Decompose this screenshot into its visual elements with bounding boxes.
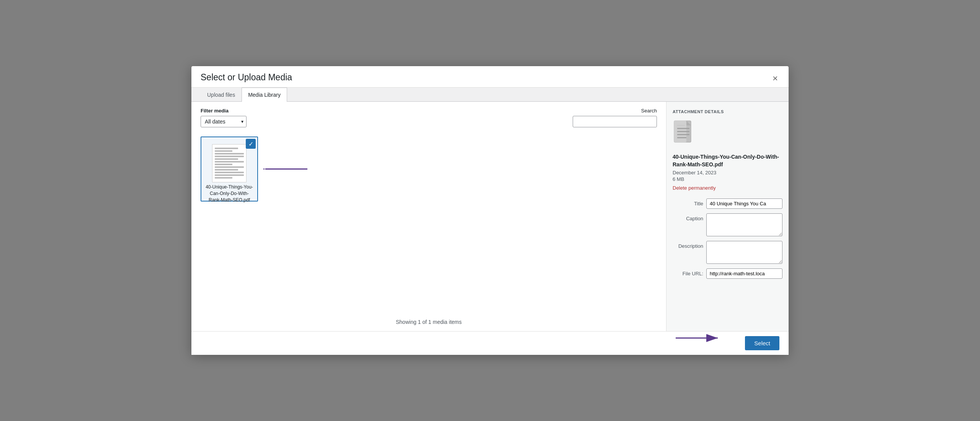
pdf-thumbnail (208, 144, 250, 182)
media-modal: Select or Upload Media × Upload files Me… (191, 66, 789, 355)
thumb-line-6 (215, 161, 244, 163)
description-field-row: Description (673, 241, 782, 264)
right-arrow-indicator (674, 332, 720, 345)
modal-body: Filter media All dates Search ✓ (191, 102, 789, 331)
filter-label: Filter media (201, 108, 247, 114)
title-field-row: Title (673, 198, 782, 209)
tabs-bar: Upload files Media Library (191, 88, 789, 102)
title-label: Title (673, 198, 703, 206)
thumb-line-9 (215, 169, 238, 171)
tab-upload-files[interactable]: Upload files (201, 88, 242, 102)
file-url-label: File URL: (673, 268, 703, 276)
showing-text: Showing 1 of 1 media items (201, 319, 657, 325)
thumb-line-1 (215, 148, 238, 149)
arrow-left-svg (263, 163, 309, 175)
thumb-line-10 (215, 172, 244, 173)
search-input[interactable] (573, 116, 657, 127)
search-label: Search (641, 108, 657, 114)
tab-media-library[interactable]: Media Library (242, 88, 287, 102)
search-section: Search (573, 108, 657, 127)
left-arrow-indicator (263, 137, 309, 202)
thumb-line-2 (215, 150, 232, 152)
filter-section: Filter media All dates (201, 108, 247, 127)
attachment-date: December 14, 2023 (673, 170, 782, 176)
attachment-filename: 40-Unique-Things-You-Can-Only-Do-With-Ra… (673, 153, 782, 168)
attachment-details-sidebar: ATTACHMENT DETAILS 40-Unique-Things-You-… (666, 102, 789, 331)
attachment-details-title: ATTACHMENT DETAILS (673, 109, 782, 114)
modal-header: Select or Upload Media × (191, 66, 789, 88)
thumb-line-3 (215, 153, 244, 154)
attachment-size: 6 MB (673, 176, 782, 182)
delete-permanently-link[interactable]: Delete permanently (673, 185, 782, 191)
description-textarea[interactable] (706, 241, 782, 264)
modal-close-button[interactable]: × (771, 74, 779, 83)
thumb-line-5 (215, 158, 238, 160)
thumb-line-8 (215, 166, 244, 168)
date-filter-wrapper: All dates (201, 116, 247, 127)
file-url-input[interactable] (706, 268, 782, 279)
thumb-line-11 (215, 174, 244, 176)
caption-textarea[interactable] (706, 213, 782, 236)
main-area: Filter media All dates Search ✓ (191, 102, 666, 331)
filter-bar: Filter media All dates Search (201, 108, 657, 127)
selected-checkmark: ✓ (246, 139, 256, 149)
attachment-doc-icon (673, 120, 782, 149)
date-filter-select[interactable]: All dates (201, 116, 247, 127)
title-input[interactable] (706, 198, 782, 209)
media-item[interactable]: ✓ (201, 137, 258, 202)
thumb-line-4 (215, 156, 244, 157)
thumb-line-7 (215, 164, 232, 165)
thumb-line-12 (215, 177, 232, 179)
media-filename: 40-Unique-Things-You-Can-Only-Do-With-Ra… (204, 184, 255, 203)
modal-footer: Select (191, 331, 789, 355)
media-grid: ✓ (201, 133, 657, 304)
caption-label: Caption (673, 213, 703, 221)
arrow-right-svg (674, 332, 720, 344)
description-label: Description (673, 241, 703, 249)
pdf-thumb-preview (212, 144, 247, 182)
document-icon-svg (673, 120, 696, 148)
modal-title: Select or Upload Media (201, 72, 292, 87)
caption-field-row: Caption (673, 213, 782, 236)
select-button[interactable]: Select (745, 336, 779, 350)
file-url-field-row: File URL: (673, 268, 782, 279)
